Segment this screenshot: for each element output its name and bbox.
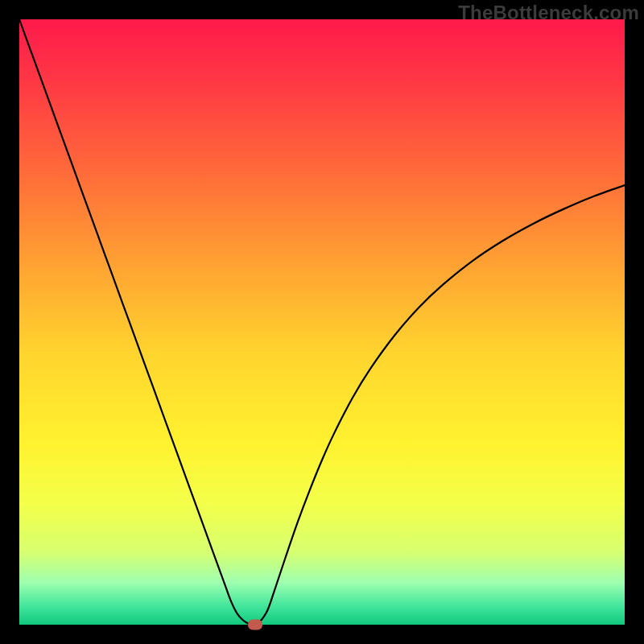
bottleneck-chart bbox=[19, 19, 625, 625]
optimal-point-marker bbox=[248, 620, 262, 630]
chart-frame bbox=[19, 19, 625, 625]
watermark-text: TheBottleneck.com bbox=[458, 2, 639, 24]
gradient-background bbox=[19, 19, 625, 625]
